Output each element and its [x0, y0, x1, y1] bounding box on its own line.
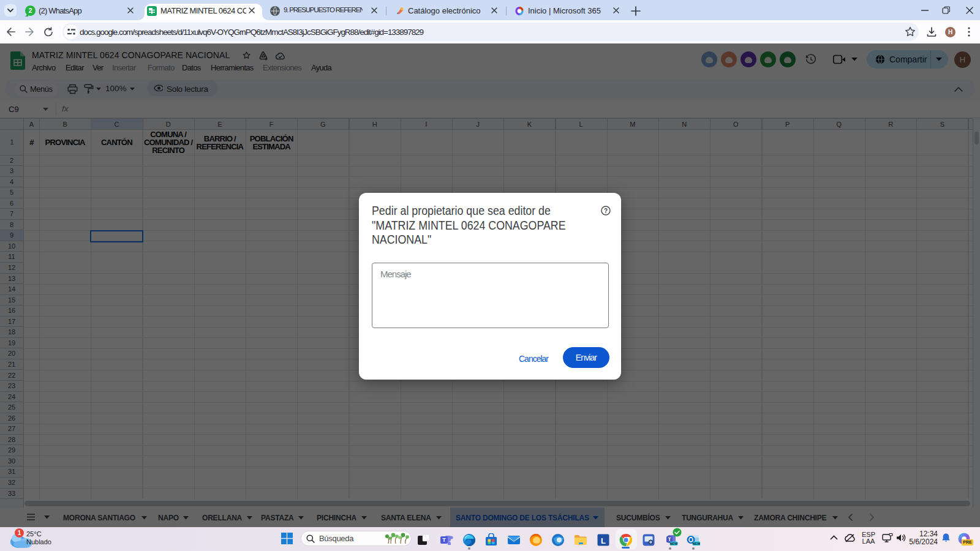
svg-text:NEW: NEW: [693, 542, 700, 545]
svg-text:NEW: NEW: [670, 542, 679, 545]
svg-text:?: ?: [604, 208, 608, 214]
svg-text:T: T: [442, 537, 446, 543]
svg-text:L: L: [601, 536, 606, 545]
